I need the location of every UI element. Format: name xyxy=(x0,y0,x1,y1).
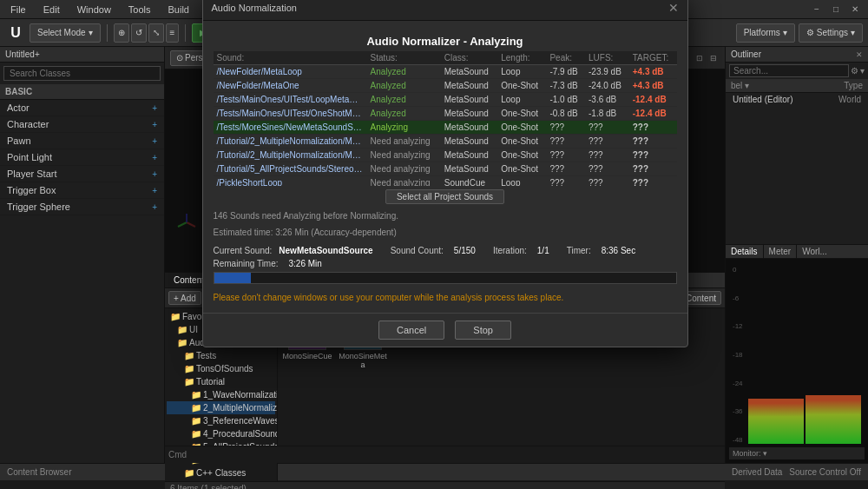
outliner-tab-label[interactable]: Outliner xyxy=(731,50,761,59)
class-item-trigger-box[interactable]: Trigger Box+ xyxy=(0,182,164,199)
sound-length: One-Shot xyxy=(497,134,546,148)
add-button[interactable]: + Add xyxy=(168,291,201,305)
tree-item-tutorial[interactable]: 📁Tutorial xyxy=(167,375,275,388)
outliner-close-icon[interactable]: ✕ xyxy=(856,50,863,59)
folder-icon: 📁 xyxy=(184,468,194,478)
table-row[interactable]: /Tutorial/5_AllProjectSounds/StereoSineM… xyxy=(214,162,677,175)
status-bar-right: Derived Data Source Control Off xyxy=(732,467,861,477)
sound-table-container[interactable]: Sound: Status: Class: Length: Peak: LUFS… xyxy=(214,51,677,186)
tree-item-label: 4_ProceduralSounds xyxy=(203,429,278,439)
class-item-trigger-sphere[interactable]: Trigger Sphere+ xyxy=(0,199,164,215)
class-item-character[interactable]: Character+ xyxy=(0,116,164,133)
transform-btn-3[interactable]: ⤡ xyxy=(148,23,164,43)
outliner-item[interactable]: Untitled (Editor) World xyxy=(726,93,868,106)
viewport-icon-2[interactable]: ⊡ xyxy=(694,54,706,63)
outliner-settings-icon[interactable]: ⚙ xyxy=(851,66,858,76)
col-target: TARGET: xyxy=(629,51,677,65)
window-controls: − □ ✕ xyxy=(811,3,861,16)
cb-footer: 6 Items (1 selected) xyxy=(165,481,725,489)
tree-item-4-proceduralsounds[interactable]: 📁4_ProceduralSounds xyxy=(167,427,275,440)
stop-button[interactable]: Stop xyxy=(455,320,511,340)
tree-item-label: UI xyxy=(189,325,198,334)
class-item-point-light[interactable]: Point Light+ xyxy=(0,149,164,166)
class-item-pawn[interactable]: Pawn+ xyxy=(0,133,164,149)
settings-button[interactable]: ⚙ Settings ▾ xyxy=(799,23,863,43)
sound-class: MetaSound xyxy=(441,64,497,78)
tree-item-c++-classes[interactable]: 📁C++ Classes xyxy=(167,466,275,479)
source-control-button[interactable]: Source Control Off xyxy=(789,467,861,477)
tree-item-label: Tutorial xyxy=(196,377,225,387)
class-item-player-start[interactable]: Player Start+ xyxy=(0,166,164,182)
untitled-tab[interactable]: Untitled+ xyxy=(0,47,164,63)
world-tab[interactable]: Worl... xyxy=(797,245,832,258)
col-sound: Sound: xyxy=(214,51,367,65)
tree-item-tests[interactable]: 📁Tests xyxy=(167,349,275,362)
cancel-button[interactable]: Cancel xyxy=(378,320,444,340)
viewport-icon-3[interactable]: ⊟ xyxy=(707,54,720,63)
outliner-filter-icon[interactable]: ▾ xyxy=(860,66,865,76)
progress-section: Current Sound: NewMetaSoundSource Sound … xyxy=(214,241,677,289)
transform-tools: ⊕ ↺ ⤡ ≡ xyxy=(114,23,180,43)
maximize-button[interactable]: □ xyxy=(830,3,842,16)
table-row[interactable]: /NewFolder/MetaLoop Analyzed MetaSound L… xyxy=(214,64,677,78)
sound-name: /Tests/MainOnes/UITest/OneShotMetaSound xyxy=(214,106,367,120)
outliner-search-input[interactable] xyxy=(729,64,849,77)
meter-tab[interactable]: Meter xyxy=(764,245,798,258)
modal-header: Audio Normalization ✕ xyxy=(203,0,687,21)
table-row[interactable]: /NewFolder/MetaOne Analyzed MetaSound On… xyxy=(214,78,677,92)
class-item-actor[interactable]: Actor+ xyxy=(0,100,164,116)
transform-btn-1[interactable]: ⊕ xyxy=(114,23,129,43)
derived-data-button[interactable]: Derived Data xyxy=(732,467,782,477)
outliner-col-label: bel ▾ xyxy=(731,81,749,90)
modal-header-title: Audio Normalization xyxy=(212,3,297,13)
edit-menu[interactable]: Edit xyxy=(40,4,63,15)
tree-item-3-referencewaves[interactable]: 📁3_ReferenceWaves xyxy=(167,414,275,427)
sound-lufs: ??? xyxy=(585,175,629,186)
sound-target: -12.4 dB xyxy=(629,106,677,120)
folder-icon: 📁 xyxy=(184,351,194,360)
tools-menu[interactable]: Tools xyxy=(125,4,155,15)
remaining-value: 3:26 Min xyxy=(289,259,322,268)
select-all-button[interactable]: Select all Project Sounds xyxy=(385,189,504,204)
sound-status: Need analyzing xyxy=(367,162,441,175)
select-mode-button[interactable]: Select Mode ▾ xyxy=(30,23,101,43)
platforms-button[interactable]: Platforms ▾ xyxy=(736,23,795,43)
sound-lufs: -1.8 dB xyxy=(585,106,629,120)
table-row[interactable]: /Tutorial/2_MultipleNormalization/MonoSi… xyxy=(214,134,677,148)
untitled-label: Untitled+ xyxy=(5,50,40,59)
sound-class: MetaSound xyxy=(441,148,497,162)
sound-peak: ??? xyxy=(546,162,585,175)
table-row[interactable]: /Tests/MainOnes/UITest/OneShotMetaSound … xyxy=(214,106,677,120)
table-row[interactable]: /Tutorial/2_MultipleNormalization/MonoSi… xyxy=(214,148,677,162)
sound-lufs: -23.9 dB xyxy=(585,64,629,78)
sound-status: Analyzed xyxy=(367,106,441,120)
meter-bar-right xyxy=(806,395,861,444)
table-row[interactable]: /PickleShortLoop Need analyzing SoundCue… xyxy=(214,175,677,186)
window-menu[interactable]: Window xyxy=(74,4,115,15)
search-classes-input[interactable] xyxy=(3,66,161,81)
tree-item-tonsofsounds[interactable]: 📁TonsOfSounds xyxy=(167,362,275,375)
tree-item-label: 1_WaveNormalization xyxy=(203,390,278,400)
cmd-bar xyxy=(165,446,725,463)
modal-title: Audio Normalizer - Analyzing xyxy=(214,28,677,51)
cmd-input[interactable] xyxy=(168,450,721,459)
sound-lufs: ??? xyxy=(585,120,629,134)
remaining-row: Remaining Time: 3:26 Min xyxy=(214,257,677,270)
tree-item-1-wavenormalization[interactable]: 📁1_WaveNormalization xyxy=(167,388,275,401)
tree-item-2-multiplenormalization[interactable]: 📁2_MultipleNormalization xyxy=(167,401,275,414)
transform-btn-2[interactable]: ↺ xyxy=(131,23,147,43)
close-button[interactable]: ✕ xyxy=(849,3,861,16)
iteration-value: 1/1 xyxy=(537,246,549,255)
folder-icon: 📁 xyxy=(177,338,187,347)
modal-close-button[interactable]: ✕ xyxy=(668,1,679,15)
details-tab[interactable]: Details xyxy=(726,245,764,258)
right-panel: Outliner ✕ ⚙ ▾ bel ▾ Type Untitled (Edit… xyxy=(725,47,868,463)
transform-btn-4[interactable]: ≡ xyxy=(166,23,180,43)
build-menu[interactable]: Build xyxy=(165,4,193,15)
table-row[interactable]: /Tests/MainOnes/UITest/LoopMetaSound Ana… xyxy=(214,92,677,106)
sound-length: One-Shot xyxy=(497,148,546,162)
minimize-button[interactable]: − xyxy=(811,3,823,16)
file-menu[interactable]: File xyxy=(7,4,30,15)
meter-bar-left xyxy=(748,399,804,444)
table-row[interactable]: /Tests/MoreSines/NewMetaSoundSource Anal… xyxy=(214,120,677,134)
